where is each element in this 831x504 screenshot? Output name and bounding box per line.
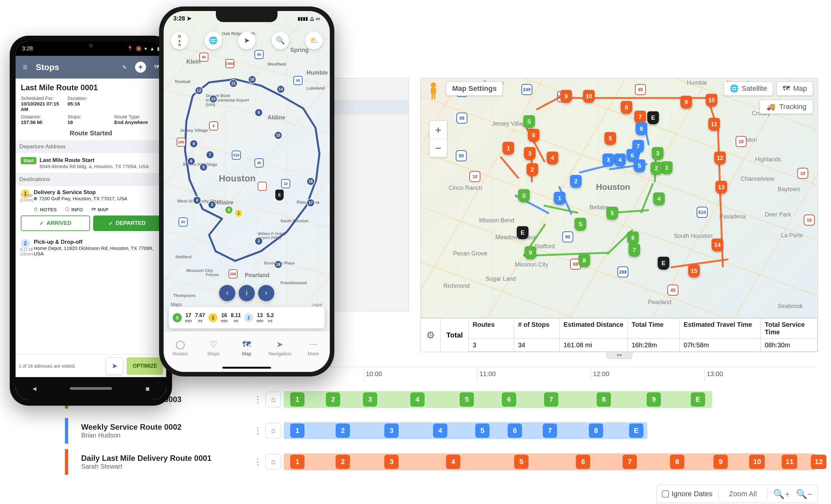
map-settings-button[interactable]: Map Settings (446, 82, 503, 96)
ios-stop-pin[interactable]: 7 (206, 151, 214, 159)
timeline-stop[interactable]: 8 (597, 392, 611, 407)
ios-stop-pin[interactable]: 4 (193, 196, 201, 204)
map-button[interactable]: 🗺 MAP (91, 206, 108, 212)
ios-stop-pin[interactable]: 11 (229, 79, 238, 88)
arrived-button[interactable]: ✓ ARRIVED (21, 215, 90, 231)
ios-leg-metrics[interactable]: S 17min 7.67mi 1 16min 8.11mi 2 13min 5.… (169, 307, 324, 328)
home-button[interactable]: ⌂ (265, 392, 281, 407)
map-stop-pin[interactable]: S (575, 218, 586, 231)
tab-map[interactable]: 🗺Map (230, 331, 263, 364)
map-stop-pin[interactable]: 1 (554, 192, 566, 205)
zoom-in-icon[interactable]: 🔍+ (773, 489, 790, 500)
timeline-stop[interactable]: 7 (544, 392, 558, 407)
timeline-stop[interactable]: 11 (782, 455, 797, 469)
timeline-stop[interactable]: 5 (460, 392, 474, 407)
map-stop-pin[interactable]: 7 (634, 111, 646, 124)
zoom-all-button[interactable]: Zoom All (724, 488, 762, 500)
map-stop-pin[interactable]: 9 (560, 90, 572, 103)
zoom-in-button[interactable]: + (429, 121, 447, 139)
desktop-map[interactable]: « Cypress Humble Atascocita Crosby Jerse… (420, 78, 818, 318)
home-pill[interactable] (70, 387, 112, 390)
edit-icon[interactable]: ✎ (119, 64, 130, 70)
notes-button[interactable]: 🗒 NOTES (34, 206, 57, 212)
map-toggle[interactable]: 🗺Map (776, 82, 813, 96)
row-menu-button[interactable]: ⋮ (250, 457, 265, 467)
home-button[interactable]: ⌂ (265, 454, 281, 470)
map-stop-pin[interactable]: 5 (604, 132, 616, 145)
home-indicator[interactable] (222, 367, 271, 369)
ios-stop-pin[interactable]: 17 (307, 199, 315, 207)
timeline-stop[interactable]: E (629, 423, 643, 438)
next-stop-button[interactable]: › (258, 285, 274, 301)
map-stop-pin[interactable]: 6 (627, 231, 639, 244)
map-stop-pin[interactable]: 14 (712, 239, 723, 251)
map-stop-pin[interactable]: 2 (570, 175, 582, 188)
ios-current-pin[interactable]: 1 (234, 209, 243, 217)
locate-button[interactable]: ➤ (238, 32, 255, 49)
pegman-icon[interactable] (427, 82, 440, 100)
map-stop-pin[interactable]: 2 (651, 162, 662, 175)
ios-stop-pin[interactable]: 8 (190, 140, 198, 148)
timeline-stop[interactable]: 3 (384, 423, 399, 438)
start-stop-row[interactable]: Start Last Mile Route Start8549 Almeda R… (21, 153, 161, 173)
map-stop-pin[interactable]: 3 (652, 147, 663, 160)
timeline-stop[interactable]: 6 (502, 392, 516, 407)
zoom-out-button[interactable]: − (429, 139, 447, 157)
map-end-pin[interactable]: E (647, 111, 659, 124)
optimize-button[interactable]: OPTIMIZE (126, 357, 163, 375)
map-stop-pin[interactable]: 5 (606, 207, 618, 220)
timeline-stop[interactable]: 6 (576, 455, 590, 469)
recent-button[interactable]: ◼ (145, 386, 150, 392)
map-stop-pin[interactable]: 1 (661, 161, 672, 174)
tab-navigation[interactable]: ➤Navigation (263, 331, 296, 364)
prev-stop-button[interactable]: ‹ (219, 285, 235, 301)
ios-stop-pin[interactable]: 6 (187, 157, 195, 166)
map-stop-pin[interactable]: 8 (578, 254, 590, 267)
stop-row[interactable]: 2 Pick-up & Drop-offHome Depot, 11820 Di… (21, 236, 161, 260)
timeline-stop[interactable]: 2 (336, 423, 350, 438)
timeline-stop[interactable]: E (691, 392, 705, 407)
legal-link[interactable]: Legal (312, 302, 322, 307)
timeline-stop[interactable]: 8 (589, 423, 603, 438)
map-stop-pin[interactable]: 4 (614, 153, 626, 167)
map-stop-pin[interactable]: 4 (547, 152, 558, 165)
compass-button[interactable]: N▲S (171, 32, 188, 49)
map-stop-pin[interactable]: 7 (628, 244, 640, 257)
navigate-button[interactable]: ➤ (106, 357, 123, 375)
collapse-panel-handle[interactable]: « (420, 185, 421, 211)
map-stop-pin[interactable]: 1 (503, 142, 514, 155)
stop-row[interactable]: 1 Delivery & Service Stop7200 Gulf Fwy, … (21, 186, 161, 204)
map-stop-pin[interactable]: 3 (524, 147, 536, 160)
ios-stop-pin[interactable]: 2 (255, 237, 263, 245)
tab-stops[interactable]: ♡Stops (197, 331, 230, 364)
map-stop-pin[interactable]: 9 (524, 246, 536, 259)
ios-stop-pin[interactable]: 13 (209, 95, 218, 103)
menu-icon[interactable]: ☰ (20, 64, 30, 70)
departed-button[interactable]: ✓ DEPARTED (93, 215, 161, 231)
map-stop-pin[interactable]: 12 (714, 152, 726, 165)
gear-icon[interactable]: ⚙ (421, 318, 441, 352)
row-menu-button[interactable]: ⋮ (250, 395, 265, 405)
map-stop-pin[interactable]: 10 (706, 94, 717, 107)
timeline-stop[interactable]: 4 (410, 392, 425, 407)
timeline-stop[interactable]: 5 (475, 423, 489, 438)
tracking-button[interactable]: 🚚Tracking (760, 100, 813, 114)
timeline-stop[interactable]: 1 (290, 423, 305, 438)
tab-routes[interactable]: ◯Routes (164, 331, 197, 364)
timeline-stop[interactable]: 6 (508, 423, 522, 438)
timeline-stop[interactable]: 4 (433, 423, 447, 438)
timeline-stop[interactable]: 7 (543, 423, 557, 438)
ios-stop-pin[interactable]: 3 (208, 201, 216, 209)
timeline-stop[interactable]: 10 (749, 455, 765, 469)
timeline-stop[interactable]: 8 (670, 455, 684, 469)
timeline-stop[interactable]: 12 (811, 455, 827, 469)
map-end-pin[interactable]: E (658, 257, 669, 270)
info-button[interactable]: i (238, 285, 255, 301)
timeline-stop[interactable]: 9 (647, 392, 661, 407)
map-stop-pin[interactable]: 3 (602, 153, 614, 167)
map-end-pin[interactable]: E (517, 226, 528, 239)
map-stop-pin[interactable]: 10 (583, 90, 595, 103)
route-name[interactable]: Weekly Service Route 0002 (81, 422, 250, 432)
weather-button[interactable]: ⛅ (305, 32, 323, 49)
timeline-stop[interactable]: 1 (290, 455, 305, 469)
